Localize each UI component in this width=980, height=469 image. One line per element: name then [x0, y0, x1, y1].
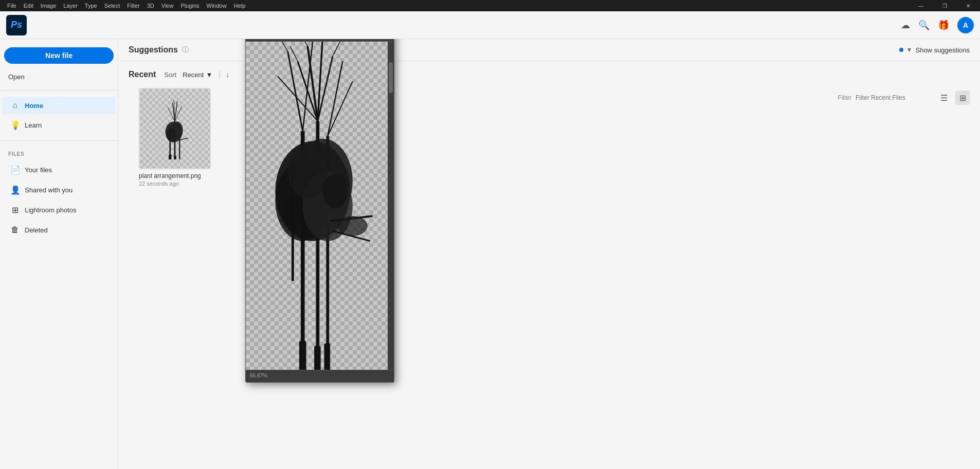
- sidebar-item-learn[interactable]: 💡 Learn: [2, 116, 116, 134]
- topbar-actions: ☁ 🔍 🎁 A: [901, 17, 974, 33]
- cloud-icon[interactable]: ☁: [901, 20, 910, 31]
- sidebar-item-learn-label: Learn: [25, 121, 42, 129]
- doc-canvas: [246, 42, 394, 370]
- sidebar-item-your-files[interactable]: 📄 Your files: [2, 161, 116, 179]
- sidebar-divider-2: [0, 140, 118, 141]
- sidebar-divider: [0, 90, 118, 91]
- minimize-button[interactable]: —: [909, 0, 933, 11]
- person-icon: 👤: [10, 185, 20, 195]
- menu-file[interactable]: File: [4, 2, 20, 10]
- show-suggestions-label: Show suggestions: [915, 46, 970, 54]
- zoom-level: 66.67%: [250, 373, 267, 378]
- svg-rect-12: [169, 155, 172, 159]
- grid-icon: ⊞: [959, 93, 966, 103]
- svg-rect-13: [174, 156, 176, 159]
- blue-dot: [899, 48, 903, 52]
- view-controls: Filter ☰ ⊞: [838, 91, 970, 105]
- doc-minimize-button[interactable]: —: [355, 39, 365, 40]
- menu-help[interactable]: Help: [231, 2, 249, 10]
- file-date: 22 seconds ago: [139, 181, 211, 187]
- filter-area: Filter: [838, 94, 933, 101]
- sort-value: Recent: [183, 71, 204, 79]
- show-suggestions-button[interactable]: ▼ Show suggestions: [899, 46, 970, 54]
- home-icon: ⌂: [10, 101, 20, 110]
- list-view-button[interactable]: ☰: [937, 91, 951, 105]
- menu-type[interactable]: Type: [82, 2, 100, 10]
- ps-logo: Ps: [6, 15, 27, 35]
- svg-rect-42: [324, 344, 330, 370]
- menu-window[interactable]: Window: [204, 2, 230, 10]
- sidebar-item-your-files-label: Your files: [25, 166, 52, 174]
- chevron-down-icon: ▼: [906, 46, 913, 53]
- content-area: Suggestions ⓘ ▼ Show suggestions Filter …: [118, 39, 980, 469]
- svg-line-27: [300, 42, 308, 46]
- sidebar: New file Open ⌂ Home 💡 Learn FILES 📄 You…: [0, 39, 118, 469]
- doc-scrollbar[interactable]: [388, 42, 394, 370]
- svg-line-29: [280, 42, 288, 51]
- file-card[interactable]: plant arrangement.png 22 seconds ago: [139, 88, 211, 187]
- menu-select[interactable]: Select: [101, 2, 123, 10]
- sidebar-item-deleted[interactable]: 🗑 Deleted: [2, 221, 116, 239]
- svg-line-22: [288, 51, 303, 131]
- doc-tree-image: [251, 42, 379, 370]
- svg-point-10: [166, 128, 175, 141]
- menu-3d[interactable]: 3D: [144, 2, 157, 10]
- sidebar-item-home-label: Home: [25, 102, 43, 110]
- svg-rect-41: [314, 346, 321, 370]
- svg-point-43: [283, 196, 303, 226]
- svg-line-30: [290, 46, 298, 61]
- sort-button[interactable]: Recent ▼: [179, 70, 215, 80]
- tree-preview-image: [159, 98, 190, 159]
- svg-line-24: [328, 61, 342, 136]
- svg-point-36: [288, 143, 328, 199]
- menu-plugins[interactable]: Plugins: [177, 2, 202, 10]
- gift-icon[interactable]: 🎁: [938, 20, 949, 31]
- menu-view[interactable]: View: [158, 2, 177, 10]
- menu-image[interactable]: Image: [38, 2, 60, 10]
- files-section-label: FILES: [0, 147, 118, 159]
- doc-scrollbar-thumb: [389, 62, 393, 93]
- document-window[interactable]: Ps plant arrangement.png @ 66.7% (Layer.…: [245, 39, 394, 383]
- sidebar-item-deleted-label: Deleted: [25, 226, 48, 234]
- menubar: File Edit Image Layer Type Select Filter…: [0, 0, 980, 11]
- filter-input[interactable]: [856, 94, 933, 101]
- sidebar-item-shared[interactable]: 👤 Shared with you: [2, 181, 116, 199]
- main-layout: New file Open ⌂ Home 💡 Learn FILES 📄 You…: [0, 39, 980, 469]
- transparency-bg: [140, 89, 210, 168]
- menu-filter[interactable]: Filter: [124, 2, 142, 10]
- svg-line-18: [307, 46, 317, 121]
- sidebar-item-lightroom-label: Lightroom photos: [25, 206, 76, 214]
- maximize-button[interactable]: ❐: [933, 0, 956, 11]
- topbar: Ps ☁ 🔍 🎁 A: [0, 11, 980, 39]
- sidebar-item-lightroom[interactable]: ⊞ Lightroom photos: [2, 201, 116, 219]
- avatar[interactable]: A: [957, 17, 974, 33]
- search-icon[interactable]: 🔍: [918, 20, 930, 31]
- window-controls: — ❐ ✕: [909, 0, 980, 11]
- lightbulb-icon: 💡: [10, 120, 20, 130]
- menu-layer[interactable]: Layer: [60, 2, 81, 10]
- filter-label: Filter: [838, 94, 851, 101]
- grid-view-button[interactable]: ⊞: [955, 91, 970, 105]
- doc-maximize-button[interactable]: ❐: [367, 39, 377, 40]
- doc-statusbar: 66.67%: [246, 370, 394, 381]
- menu-edit[interactable]: Edit: [21, 2, 37, 10]
- sort-label: Sort: [164, 71, 176, 79]
- close-button[interactable]: ✕: [956, 0, 980, 11]
- list-icon: ☰: [940, 93, 948, 103]
- lightroom-icon: ⊞: [10, 205, 20, 215]
- open-link[interactable]: Open: [0, 70, 118, 84]
- svg-point-44: [323, 174, 348, 209]
- doc-close-button[interactable]: ✕: [379, 39, 390, 40]
- sort-area: Sort Recent ▼ | ↓: [164, 69, 231, 80]
- suggestions-title: Suggestions: [129, 45, 178, 55]
- svg-line-25: [328, 81, 353, 136]
- svg-line-23: [303, 42, 313, 131]
- file-thumbnail: [139, 88, 211, 169]
- trash-icon: 🗑: [10, 225, 20, 234]
- sidebar-item-home[interactable]: ⌂ Home: [2, 97, 116, 114]
- file-name: plant arrangement.png: [139, 172, 211, 179]
- new-file-button[interactable]: New file: [4, 47, 114, 64]
- info-icon[interactable]: ⓘ: [182, 45, 189, 55]
- svg-point-39: [338, 216, 368, 236]
- sort-direction-button[interactable]: ↓: [224, 69, 231, 80]
